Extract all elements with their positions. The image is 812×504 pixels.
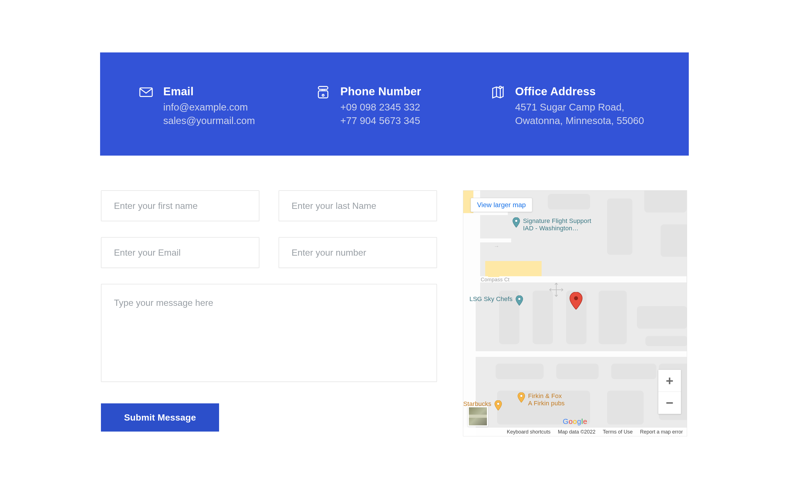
svg-point-5 — [518, 298, 521, 300]
banner-address-line2: Owatonna, Minnesota, 55060 — [515, 114, 644, 127]
map-road — [463, 351, 687, 357]
banner-phone-line1: +09 098 2345 332 — [340, 100, 421, 114]
poi-pin-icon — [515, 295, 523, 306]
map-shape — [607, 198, 632, 255]
banner-email-line2: sales@yourmail.com — [163, 114, 255, 127]
banner-phone-col: Phone Number +09 098 2345 332 +77 904 56… — [315, 85, 490, 156]
map-shape — [496, 364, 544, 379]
map-shape — [644, 190, 687, 213]
map-compass-cross-icon — [548, 281, 565, 299]
phone-icon — [315, 85, 331, 100]
banner-email-title: Email — [163, 85, 255, 98]
zoom-in-button[interactable]: + — [658, 370, 681, 392]
map-location-marker-icon[interactable] — [569, 292, 583, 310]
banner-address-line1: 4571 Sugar Camp Road, — [515, 100, 644, 114]
map-imagery-toggle[interactable] — [468, 406, 488, 426]
map-road-label: Compass Ct — [481, 277, 509, 283]
map-shape — [599, 291, 627, 344]
banner-phone-line2: +77 904 5673 345 — [340, 114, 421, 127]
poi-label: Firkin & Fox — [528, 392, 565, 400]
poi-pin-icon — [494, 400, 502, 410]
poi-pin-icon — [512, 217, 520, 227]
svg-point-4 — [515, 220, 518, 222]
zoom-out-button[interactable]: − — [658, 392, 681, 414]
poi-label: A Firkin pubs — [528, 400, 565, 407]
map-shape — [645, 336, 687, 346]
map-building — [488, 268, 499, 277]
banner-address-title: Office Address — [515, 85, 644, 98]
message-field[interactable] — [101, 284, 437, 382]
view-larger-map-button[interactable]: View larger map — [471, 198, 532, 212]
map-shape — [611, 364, 656, 379]
map-shape — [556, 364, 599, 379]
map-shape — [661, 224, 687, 257]
map-footer: Keyboard shortcuts Map data ©2022 Terms … — [463, 428, 687, 436]
map-arrow-icon: → — [494, 243, 499, 249]
poi-label: LSG Sky Chefs — [469, 295, 513, 303]
map-embed[interactable]: Compass Ct → Signature Flight Support IA… — [463, 190, 687, 436]
map-poi-signature[interactable]: Signature Flight Support IAD - Washingto… — [512, 217, 591, 232]
email-icon — [138, 85, 154, 100]
last-name-field[interactable] — [279, 190, 437, 221]
number-field[interactable] — [279, 237, 437, 268]
banner-email-col: Email info@example.com sales@yourmail.co… — [138, 85, 315, 156]
poi-label: IAD - Washington… — [523, 225, 591, 232]
map-icon — [490, 85, 506, 100]
poi-label: Signature Flight Support — [523, 217, 591, 225]
svg-point-8 — [574, 296, 578, 300]
banner-phone-title: Phone Number — [340, 85, 421, 98]
svg-point-7 — [497, 403, 499, 405]
map-copyright[interactable]: Map data ©2022 — [558, 429, 595, 435]
email-field[interactable] — [101, 237, 259, 268]
map-report-error[interactable]: Report a map error — [640, 429, 683, 435]
submit-button[interactable]: Submit Message — [101, 403, 219, 432]
first-name-field[interactable] — [101, 190, 259, 221]
svg-point-3 — [499, 86, 501, 89]
map-terms[interactable]: Terms of Use — [603, 429, 633, 435]
map-shape — [637, 306, 687, 329]
map-road — [463, 238, 511, 242]
map-zoom-control: + − — [658, 370, 681, 414]
map-poi-lsg[interactable]: LSG Sky Chefs — [469, 295, 523, 306]
svg-point-6 — [520, 395, 523, 397]
map-keyboard-shortcuts[interactable]: Keyboard shortcuts — [507, 429, 550, 435]
map-shape — [548, 194, 590, 209]
banner-address-col: Office Address 4571 Sugar Camp Road, Owa… — [490, 85, 650, 156]
svg-point-2 — [322, 94, 324, 96]
svg-rect-0 — [140, 88, 152, 96]
contact-form: Submit Message — [101, 190, 437, 436]
contact-banner: Email info@example.com sales@yourmail.co… — [100, 52, 689, 156]
poi-pin-icon — [517, 392, 525, 403]
map-poi-firkin[interactable]: Firkin & Fox A Firkin pubs — [517, 392, 565, 407]
google-logo: Google — [563, 417, 587, 426]
banner-email-line1: info@example.com — [163, 100, 255, 114]
map-shape — [607, 391, 644, 425]
